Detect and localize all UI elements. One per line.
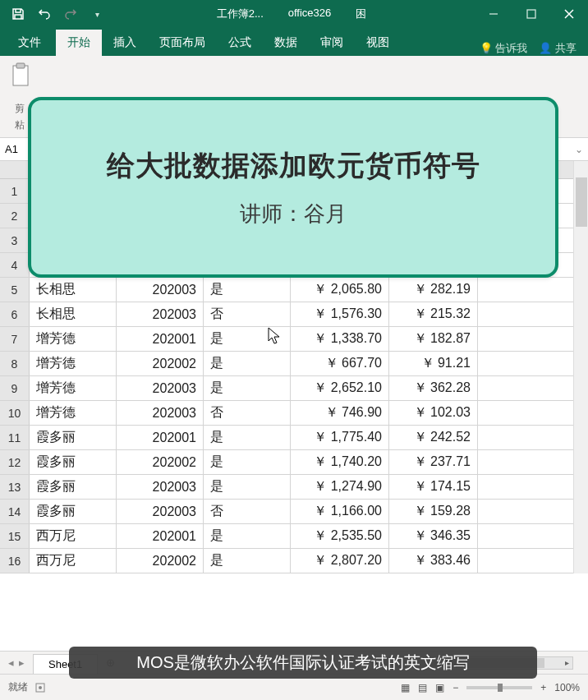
row-header[interactable]: 4 <box>0 253 30 277</box>
cell-batch[interactable]: 202003 <box>117 302 204 326</box>
cell-batch[interactable]: 202002 <box>117 450 204 474</box>
cell-cn-price[interactable]: ￥ 1,274.90 <box>291 475 389 499</box>
cell-eu-price[interactable]: ￥ 159.28 <box>389 500 478 523</box>
cell-eu-price[interactable]: ￥ 174.15 <box>389 475 478 499</box>
cell-eu-price[interactable]: ￥ 362.28 <box>389 376 478 400</box>
scroll-right-icon[interactable]: ▸ <box>561 657 572 669</box>
cell-organic[interactable]: 是 <box>204 376 291 400</box>
cell-batch[interactable]: 202003 <box>117 475 204 499</box>
cell-organic[interactable]: 是 <box>204 549 291 573</box>
zoom-slider[interactable] <box>466 686 532 689</box>
cell-cn-price[interactable]: ￥ 2,807.20 <box>291 549 389 573</box>
view-break-icon[interactable]: ▣ <box>435 682 444 693</box>
row-header[interactable]: 13 <box>0 475 30 499</box>
cell-batch[interactable]: 202003 <box>117 401 204 425</box>
cell-eu-price[interactable]: ￥ 383.46 <box>389 549 478 573</box>
cell-eu-price[interactable]: ￥ 182.87 <box>389 327 478 351</box>
tab-data[interactable]: 数据 <box>263 30 309 56</box>
cell-batch[interactable]: 202003 <box>117 500 204 523</box>
cell-cn-price[interactable]: ￥ 2,652.10 <box>291 376 389 400</box>
row-header[interactable]: 6 <box>0 302 30 326</box>
cell-eu-price[interactable]: ￥ 102.03 <box>389 401 478 425</box>
cell-cn-price[interactable]: ￥ 746.90 <box>291 401 389 425</box>
row-header[interactable]: 1 <box>0 179 30 203</box>
cell-cn-price[interactable]: ￥ 1,166.00 <box>291 500 389 523</box>
tab-insert[interactable]: 插入 <box>102 30 148 56</box>
cell-type[interactable]: 霞多丽 <box>30 475 117 499</box>
share-button[interactable]: 👤 共享 <box>539 41 577 56</box>
zoom-out-icon[interactable]: − <box>452 682 458 693</box>
tab-layout[interactable]: 页面布局 <box>148 30 217 56</box>
row-header[interactable]: 9 <box>0 376 30 400</box>
row-header[interactable]: 10 <box>0 401 30 425</box>
cell-type[interactable]: 增芳德 <box>30 401 117 425</box>
cell-batch[interactable]: 202001 <box>117 327 204 351</box>
cell-cn-price[interactable]: ￥ 2,535.50 <box>291 524 389 548</box>
redo-icon[interactable] <box>59 2 82 25</box>
cell-batch[interactable]: 202002 <box>117 352 204 375</box>
cell-organic[interactable]: 是 <box>204 475 291 499</box>
cell-eu-price[interactable]: ￥ 346.35 <box>389 524 478 548</box>
row-header[interactable]: 8 <box>0 352 30 375</box>
cell-eu-price[interactable]: ￥ 242.52 <box>389 426 478 449</box>
row-header[interactable]: 12 <box>0 450 30 474</box>
cell-cn-price[interactable]: ￥ 2,065.80 <box>291 278 389 302</box>
row-header[interactable]: 5 <box>0 278 30 302</box>
minimize-icon[interactable] <box>475 0 512 28</box>
tab-home[interactable]: 开始 <box>56 30 102 56</box>
tell-me[interactable]: 💡 告诉我 <box>480 41 528 56</box>
cell-cn-price[interactable]: ￥ 1,338.70 <box>291 327 389 351</box>
row-header[interactable]: 15 <box>0 524 30 548</box>
cell-organic[interactable]: 是 <box>204 352 291 375</box>
tab-file[interactable]: 文件 <box>3 30 56 56</box>
cell-type[interactable]: 增芳德 <box>30 376 117 400</box>
cell-type[interactable]: 霞多丽 <box>30 450 117 474</box>
zoom-in-icon[interactable]: + <box>540 682 546 693</box>
formula-dropdown-icon[interactable]: ⌄ <box>570 144 588 155</box>
select-all-corner[interactable] <box>0 161 30 178</box>
cell-batch[interactable]: 202001 <box>117 524 204 548</box>
close-icon[interactable] <box>550 0 588 28</box>
tab-review[interactable]: 审阅 <box>309 30 355 56</box>
cell-cn-price[interactable]: ￥ 1,740.20 <box>291 450 389 474</box>
cell-batch[interactable]: 202003 <box>117 278 204 302</box>
cell-type[interactable]: 长相思 <box>30 302 117 326</box>
zoom-level[interactable]: 100% <box>554 682 580 693</box>
cell-organic[interactable]: 否 <box>204 401 291 425</box>
cell-organic[interactable]: 是 <box>204 524 291 548</box>
cell-cn-price[interactable]: ￥ 667.70 <box>291 352 389 375</box>
view-normal-icon[interactable]: ▦ <box>401 682 410 693</box>
row-header[interactable]: 11 <box>0 426 30 449</box>
maximize-icon[interactable] <box>512 0 550 28</box>
sheet-nav[interactable]: ◂▸ <box>0 656 33 669</box>
row-header[interactable]: 16 <box>0 549 30 573</box>
cell-eu-price[interactable]: ￥ 215.32 <box>389 302 478 326</box>
cell-type[interactable]: 增芳德 <box>30 352 117 375</box>
cell-eu-price[interactable]: ￥ 91.21 <box>389 352 478 375</box>
cell-organic[interactable]: 否 <box>204 500 291 523</box>
view-layout-icon[interactable]: ▤ <box>418 682 427 693</box>
cell-type[interactable]: 长相思 <box>30 278 117 302</box>
cell-type[interactable]: 霞多丽 <box>30 426 117 449</box>
save-icon[interactable] <box>7 2 30 25</box>
cell-type[interactable]: 霞多丽 <box>30 500 117 523</box>
cell-type[interactable]: 增芳德 <box>30 327 117 351</box>
cell-eu-price[interactable]: ￥ 282.19 <box>389 278 478 302</box>
cell-batch[interactable]: 202002 <box>117 549 204 573</box>
cell-organic[interactable]: 否 <box>204 302 291 326</box>
cell-organic[interactable]: 是 <box>204 450 291 474</box>
row-header[interactable]: 7 <box>0 327 30 351</box>
vertical-scrollbar[interactable] <box>573 161 588 573</box>
tab-view[interactable]: 视图 <box>355 30 401 56</box>
tab-formulas[interactable]: 公式 <box>217 30 263 56</box>
row-header[interactable]: 2 <box>0 204 30 228</box>
cell-organic[interactable]: 是 <box>204 426 291 449</box>
undo-icon[interactable] <box>33 2 56 25</box>
cell-type[interactable]: 西万尼 <box>30 549 117 573</box>
cell-batch[interactable]: 202003 <box>117 376 204 400</box>
cell-batch[interactable]: 202001 <box>117 426 204 449</box>
row-header[interactable]: 3 <box>0 228 30 252</box>
macro-record-icon[interactable] <box>34 682 46 693</box>
cell-cn-price[interactable]: ￥ 1,775.40 <box>291 426 389 449</box>
cell-type[interactable]: 西万尼 <box>30 524 117 548</box>
